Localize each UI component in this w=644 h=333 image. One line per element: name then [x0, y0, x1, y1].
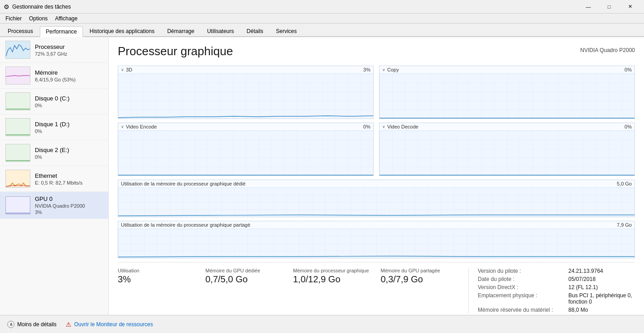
svg-rect-12 — [118, 131, 373, 176]
gpu0-info: GPU 0 NVIDIA Quadro P2000 3% — [35, 195, 103, 215]
main-container: Processeur 72% 3,67 GHz Mémoire 8,4/15,9… — [0, 37, 644, 315]
chevron-vd[interactable]: ∨ — [382, 124, 385, 129]
detail-directx: Version DirectX : 12 (FL 12.1) — [478, 284, 635, 290]
mem-name: Mémoire — [35, 69, 103, 76]
title-bar-left: ⚙ Gestionnaire des tâches — [4, 3, 71, 10]
sidebar-item-memory[interactable]: Mémoire 8,4/15,9 Go (53%) — [0, 63, 108, 89]
gpu0-mini-graph — [5, 196, 30, 214]
chart-shmem-header: Utilisation de la mémoire du processeur … — [118, 221, 634, 228]
sidebar-item-gpu0[interactable]: GPU 0 NVIDIA Quadro P2000 3% — [0, 192, 108, 219]
chart-copy: ∨ Copy 0% — [379, 66, 635, 119]
detail-loc-key: Emplacement physique : — [478, 292, 568, 305]
app-title: Gestionnaire des tâches — [12, 4, 71, 10]
chart-video-decode: ∨ Video Decode 0% — [379, 123, 635, 176]
chart-ve-header: ∨ Video Encode 0% — [118, 123, 373, 130]
tab-historique[interactable]: Historique des applications — [84, 25, 160, 36]
info-gpumem-value: 0,7/5,0 Go — [206, 274, 284, 285]
monitor-icon: ⚠ — [66, 321, 72, 328]
less-details-label[interactable]: Moins de détails — [17, 321, 57, 328]
chart-dedmem-value: 5,0 Go — [617, 181, 632, 186]
detail-dd-val: 05/07/2018 — [568, 276, 596, 282]
chart-copy-header: ∨ Copy 0% — [380, 66, 634, 73]
info-util-value: 3% — [118, 274, 197, 285]
detail-loc-val: Bus PCI 1, périphérique 0, fonction 0 — [568, 292, 635, 305]
sidebar-item-disk2[interactable]: Disque 2 (E:) 0% — [0, 140, 108, 166]
chevron-up-icon: ∧ — [7, 321, 14, 328]
cpu-mini-graph — [5, 41, 30, 59]
chart-3d-value: 3% — [363, 67, 370, 72]
eth-mini-graph — [5, 170, 30, 188]
tab-services[interactable]: Services — [270, 25, 303, 36]
content-header: Processeur graphique NVIDIA Quadro P2000 — [118, 44, 635, 58]
disk0-value: 0% — [35, 103, 103, 108]
tab-details[interactable]: Détails — [241, 25, 269, 36]
info-section: Utilisation 3% Mémoire du GPU dédiée 0,7… — [118, 262, 635, 315]
tab-demarrage[interactable]: Démarrage — [161, 25, 200, 36]
chart-3d-header: ∨ 3D 3% — [118, 66, 373, 73]
sidebar-item-cpu[interactable]: Processeur 72% 3,67 GHz — [0, 37, 108, 63]
minimize-button[interactable]: — — [578, 0, 599, 14]
app-icon: ⚙ — [4, 3, 10, 10]
disk1-value: 0% — [35, 128, 103, 134]
gpu0-value: 3% — [35, 209, 103, 215]
chart-dedmem-area — [118, 187, 634, 217]
detail-driver-date: Date du pilote : 05/07/2018 — [478, 276, 635, 282]
tab-utilisateurs[interactable]: Utilisateurs — [201, 25, 240, 36]
cpu-info: Processeur 72% 3,67 GHz — [35, 43, 103, 57]
detail-reserved-mem: Mémoire réservée du matériel : 88,0 Mo — [478, 307, 635, 313]
title-bar-controls: — □ ✕ — [578, 0, 640, 14]
detail-dv-key: Version du pilote : — [478, 268, 568, 274]
info-procmem-value: 1,0/12,9 Go — [293, 274, 372, 285]
tab-processus[interactable]: Processus — [2, 25, 39, 36]
svg-rect-14 — [380, 131, 634, 176]
chart-copy-label: Copy — [387, 67, 399, 72]
detail-dx-key: Version DirectX : — [478, 284, 568, 290]
sidebar-item-ethernet[interactable]: Ethernet E: 0,5 R: 82,7 Mbits/s — [0, 166, 108, 192]
info-shared-mem: Mémoire du GPU partagée 0,3/7,9 Go — [381, 268, 469, 313]
menu-affichage[interactable]: Affichage — [51, 14, 81, 23]
tab-performance[interactable]: Performance — [40, 26, 83, 37]
svg-rect-3 — [6, 119, 30, 136]
content-area: Processeur graphique NVIDIA Quadro P2000… — [109, 37, 644, 315]
monitor-link[interactable]: Ouvrir le Moniteur de ressources — [74, 321, 153, 328]
chart-3d-area — [118, 73, 373, 119]
chart-ve-value: 0% — [363, 124, 370, 129]
chart-vd-area — [380, 130, 634, 176]
maximize-button[interactable]: □ — [599, 0, 620, 14]
chart-shmem-label: Utilisation de la mémoire du processeur … — [121, 222, 250, 228]
close-button[interactable]: ✕ — [620, 0, 640, 14]
detail-driver-version: Version du pilote : 24.21.13.9764 — [478, 268, 635, 274]
chart-copy-value: 0% — [625, 67, 632, 72]
chevron-3d[interactable]: ∨ — [121, 67, 124, 72]
mem-mini-graph — [5, 67, 30, 85]
chart-3d: ∨ 3D 3% — [118, 66, 374, 119]
content-title: Processeur graphique — [118, 44, 233, 58]
svg-rect-0 — [6, 41, 30, 58]
menu-fichier[interactable]: Fichier — [2, 14, 25, 23]
disk0-info: Disque 0 (C:) 0% — [35, 95, 103, 108]
gpu0-name: GPU 0 — [35, 195, 103, 202]
status-monitor[interactable]: ⚠ Ouvrir le Moniteur de ressources — [66, 321, 153, 328]
status-less-details[interactable]: ∧ Moins de détails — [7, 321, 57, 328]
cpu-name: Processeur — [35, 43, 103, 50]
detail-rm-val: 88,0 Mo — [568, 307, 588, 313]
chart-vd-label: Video Decode — [387, 124, 418, 129]
chart-vd-value: 0% — [625, 124, 632, 129]
detail-location: Emplacement physique : Bus PCI 1, périph… — [478, 292, 635, 305]
chevron-copy[interactable]: ∨ — [382, 67, 385, 72]
chevron-ve[interactable]: ∨ — [121, 124, 124, 129]
detail-dx-val: 12 (FL 12.1) — [568, 284, 598, 290]
chart-dedmem-label: Utilisation de la mémoire du processeur … — [121, 181, 245, 186]
disk0-name: Disque 0 (C:) — [35, 95, 103, 102]
chart-shared-mem: Utilisation de la mémoire du processeur … — [118, 221, 635, 258]
svg-rect-16 — [118, 188, 634, 217]
menu-bar: Fichier Options Affichage — [0, 14, 644, 24]
charts-row-1: ∨ 3D 3% — [118, 66, 635, 119]
chart-dedmem-header: Utilisation de la mémoire du processeur … — [118, 180, 634, 187]
menu-options[interactable]: Options — [25, 14, 51, 23]
chart-copy-area — [380, 73, 634, 119]
svg-rect-18 — [118, 229, 634, 258]
sidebar-item-disk0[interactable]: Disque 0 (C:) 0% — [0, 89, 108, 114]
cpu-value: 72% 3,67 GHz — [35, 51, 103, 57]
sidebar-item-disk1[interactable]: Disque 1 (D:) 0% — [0, 114, 108, 140]
